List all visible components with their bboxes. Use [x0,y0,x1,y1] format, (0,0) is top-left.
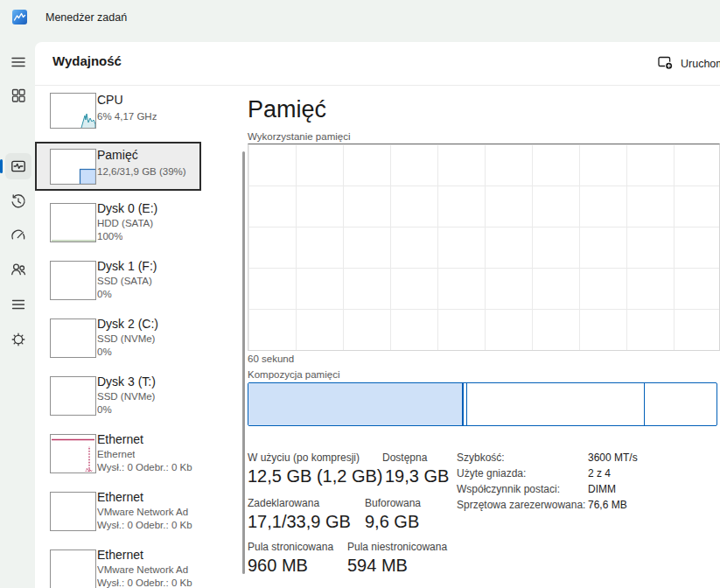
title-bar: Menedżer zadań [0,0,720,35]
memory-mini-chart [50,149,96,185]
stat-label: Dostępna [382,452,427,464]
disk1-mini-chart [50,261,96,300]
nav-item-performance[interactable] [5,153,31,179]
cpu-mini-chart [50,93,96,129]
ethernet3-mini-chart [50,550,96,588]
ethernet2-mini-chart [50,492,96,531]
run-new-task-button[interactable]: Uruchom [652,51,720,77]
header-divider [35,85,720,86]
page-title: Wydajność [52,53,122,68]
composition-segment-4 [645,383,717,425]
composition-label: Kompozycja pamięci [248,369,339,380]
detail-label: Szybkość: [457,452,505,464]
sidebar-item-disk0[interactable]: Dysk 0 (E:) HDD (SATA) 100% [35,200,201,255]
window-title: Menedżer zadań [45,11,127,24]
processes-icon [10,87,27,104]
run-new-task-label: Uruchom [681,58,720,70]
detail-label: Sprzętowa zarezerwowana: [457,499,585,511]
memory-composition-bar[interactable] [248,382,717,426]
stat-value: 9,6 GB [365,512,419,532]
nav-item-startup-apps[interactable] [5,222,31,248]
stat-value: 12,5 GB (1,2 GB) [248,466,383,486]
details-list-icon [10,296,27,313]
sidebar-item-ethernet3[interactable]: Ethernet VMware Network Ad Wysł.: 0 Odeb… [35,547,201,588]
composition-segment-1 [248,383,464,425]
menu-button[interactable] [5,49,31,75]
stat-label: W użyciu (po kompresji) [248,452,360,464]
detail-value: 3600 MT/s [588,452,638,464]
users-icon [10,261,27,278]
sidebar-scrollbar[interactable] [242,151,245,574]
hamburger-icon [10,53,27,71]
sidebar-item-disk1[interactable]: Dysk 1 (F:) SSD (SATA) 0% [35,258,201,312]
gauge-icon [10,227,27,244]
task-manager-app-icon [12,10,27,24]
stat-value: 19,3 GB [385,466,449,486]
composition-segment-3 [467,383,645,425]
sidebar-item-ethernet2[interactable]: Ethernet VMware Network Ad Wysł.: 0 Odeb… [35,489,201,543]
content-card: Wydajność Uruchom CPU 6% 4,17 GHz Pamięć… [35,42,720,588]
detail-label: Współczynnik postaci: [457,483,560,495]
stat-label: Buforowana [365,497,421,509]
memory-page-title: Pamięć [248,96,326,123]
nav-item-details[interactable] [5,291,31,318]
usage-chart-label: Wykorzystanie pamięci [248,131,351,142]
stat-value: 594 MB [347,556,408,576]
services-cog-icon [10,331,27,348]
stat-value: 17,1/33,9 GB [248,512,351,532]
detail-value: DIMM [588,483,616,495]
time-axis-label: 60 sekund [248,354,294,364]
ethernet1-mini-chart [50,434,96,473]
history-clock-icon [10,192,27,210]
new-task-icon [657,54,673,74]
task-manager-window: Menedżer zadań Wyd [0,0,720,588]
sidebar-item-ethernet1[interactable]: Ethernet Ethernet Wysł.: 0 Odebr.: 0 Kb [35,431,201,486]
sidebar-item-disk2[interactable]: Dysk 2 (C:) SSD (NVMe) 0% [35,316,201,370]
detail-value: 76,6 MB [588,499,627,511]
nav-rail [0,35,35,588]
disk0-mini-chart [50,203,96,242]
detail-label: Użyte gniazda: [457,467,526,480]
sidebar-item-cpu[interactable]: CPU 6% 4,17 GHz [35,91,201,136]
disk3-mini-chart [50,376,96,416]
disk2-mini-chart [50,318,96,358]
detail-value: 2 z 4 [588,467,611,480]
sidebar-item-disk3[interactable]: Dysk 3 (T:) SSD (NVMe) 0% [35,374,201,428]
performance-icon [10,158,27,175]
stat-label: Zadeklarowana [248,497,319,509]
nav-item-users[interactable] [5,256,31,283]
nav-item-processes[interactable] [5,82,31,108]
stat-label: Pula stronicowana [248,541,333,553]
memory-usage-chart [248,144,720,351]
nav-item-app-history[interactable] [5,188,31,214]
sidebar-item-memory[interactable]: Pamięć 12,6/31,9 GB (39%) [35,142,201,191]
stat-value: 960 MB [248,556,308,576]
selected-nav-accent [0,159,3,173]
nav-item-services[interactable] [5,326,31,353]
stat-label: Pula niestronicowana [347,541,447,553]
